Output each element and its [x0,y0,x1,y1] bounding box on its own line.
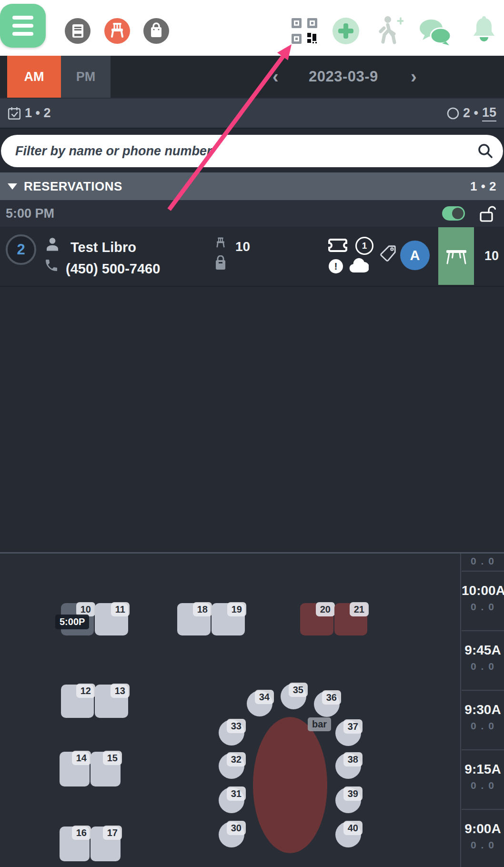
party-size-badge[interactable]: 2 [6,234,36,265]
table-36[interactable]: 36 [314,691,340,717]
timeline-row-9:15A[interactable]: 9:15A0 . 0 [462,762,504,810]
table-30[interactable]: 30 [219,822,244,847]
pm-tab[interactable]: PM [61,56,111,98]
walk-in-button[interactable] [375,15,403,45]
table-16[interactable]: 16 [60,827,90,861]
messages-icon [419,19,452,46]
table-33[interactable]: 33 [219,720,244,746]
table-39[interactable]: 39 [335,787,361,813]
table-badge: 40 [343,821,363,835]
reservations-title: RESERVATIONS [24,179,122,194]
timeline-time: 9:30A [462,702,504,717]
table-badge: 39 [343,786,363,801]
reservation-stats: 1 • 2 [8,106,51,121]
circle-icon [447,107,459,120]
table-badge: 14 [72,751,91,765]
table-badge: 11 [111,602,130,616]
table-badge: 33 [227,719,246,733]
alert-icon: ! [329,259,343,273]
table-badge: 37 [343,719,363,734]
next-day-button[interactable]: › [411,56,417,98]
table-35[interactable]: 35 [281,684,306,709]
guest-phone[interactable]: (450) 500-7460 [66,261,160,277]
order-bag-icon [213,255,228,272]
table-13[interactable]: 13 [95,685,128,718]
table-11[interactable]: 11 [95,603,128,635]
assigned-table-number: 10 [482,249,501,263]
unlock-icon[interactable] [479,205,496,223]
table-badge: 32 [227,752,246,766]
timeline-time: 9:00A [462,821,504,837]
bar-label: bar [308,717,331,731]
prev-day-button[interactable]: ‹ [272,56,279,98]
table-10[interactable]: 105:00P [61,603,94,635]
table-32[interactable]: 32 [219,753,244,779]
messages-button[interactable] [419,19,452,46]
tag-icon [379,244,397,262]
table-badge: 19 [227,602,246,616]
table-15[interactable]: 15 [91,752,121,786]
dining-chair-icon [105,19,130,43]
reservation-count: 1 • 2 [25,106,51,121]
bar-counter [253,717,327,853]
time-slot-row: 5:00 PM [0,200,504,227]
table-21[interactable]: 21 [334,603,367,635]
timeline-row-9:30A[interactable]: 9:30A0 . 0 [462,702,504,750]
table-badge: 17 [103,826,122,840]
table-badge: 36 [322,690,341,705]
table-18[interactable]: 18 [177,603,211,635]
table-badge: 31 [227,786,246,801]
table-badge: 34 [255,690,274,704]
top-header [0,0,504,56]
cover-count: 2 • [463,106,478,121]
filter-input[interactable] [14,143,473,159]
table-19[interactable]: 19 [212,603,245,635]
cover-stats: 2 • 15 [447,105,496,121]
timeline-row-9:45A[interactable]: 9:45A0 . 0 [462,643,504,691]
search-icon[interactable] [477,143,494,159]
seat-chair-icon [212,235,229,252]
guestbook-button[interactable] [65,18,91,44]
reservations-header[interactable]: RESERVATIONS 1 • 2 [0,172,504,200]
timeline-count: 0 . 0 [462,839,504,851]
add-reservation-button[interactable] [332,17,360,45]
timeline-row-10:00A[interactable]: 10:00A0 . 0 [462,583,504,631]
stats-bar: 1 • 2 2 • 15 [0,98,504,128]
table-reservation-time: 5:00P [55,615,89,629]
sidebar-divider [460,554,461,867]
am-tab[interactable]: AM [7,56,61,98]
calendar-check-icon [8,107,21,120]
date-bar: AM PM ‹ 2023-03-9 › [0,56,504,98]
dining-room-button[interactable] [104,18,130,44]
table-17[interactable]: 17 [91,827,121,861]
reservation-app: AM PM ‹ 2023-03-9 › 1 • 2 2 • 15 [0,0,504,867]
table-37[interactable]: 37 [335,720,361,746]
timeline-time: 10:00A [462,583,504,598]
cover-quantity: 10 [235,239,250,254]
notifications-button[interactable] [471,16,497,46]
menu-button[interactable] [0,4,46,48]
slot-availability-toggle[interactable] [442,206,465,221]
server-avatar[interactable]: A [400,241,430,270]
table-31[interactable]: 31 [219,787,244,813]
bell-icon [471,16,497,46]
table-34[interactable]: 34 [247,691,272,716]
timeline-sidebar: 10:00A0 . 09:45A0 . 09:30A0 . 09:15A0 . … [462,571,504,867]
cover-count-link[interactable]: 15 [482,105,496,121]
table-14[interactable]: 14 [60,752,90,786]
timeline-row-9:00A[interactable]: 9:00A0 . 0 [462,821,504,867]
table-38[interactable]: 38 [335,753,361,779]
qr-scan-icon [292,18,317,44]
table-badge: 15 [103,751,122,765]
takeout-bag-icon [144,19,169,43]
timeline-count: 0 . 0 [462,661,504,672]
assigned-table-block[interactable] [438,227,474,285]
guest-name[interactable]: Test Libro [71,240,136,255]
table-12[interactable]: 12 [61,685,94,718]
takeout-button[interactable] [143,18,169,44]
cloud-icon [349,257,369,273]
table-40[interactable]: 40 [335,822,361,847]
table-20[interactable]: 20 [300,603,333,635]
current-date[interactable]: 2023-03-9 [309,56,378,98]
qr-scan-button[interactable] [292,18,317,44]
